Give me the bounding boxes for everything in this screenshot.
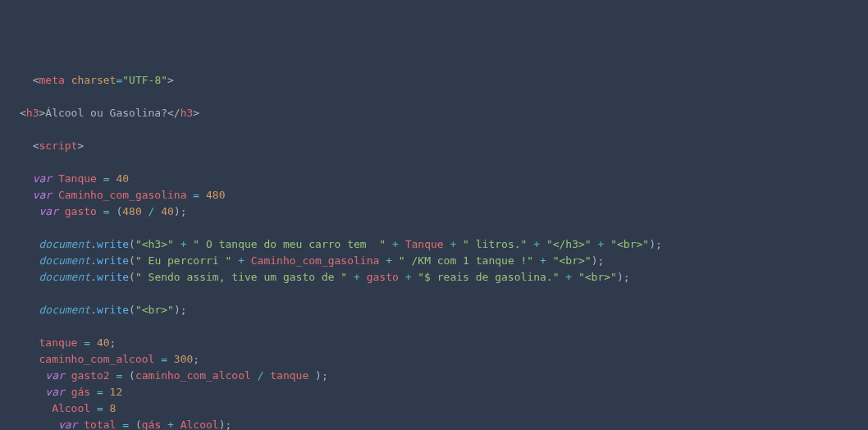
var: Alcool	[52, 402, 90, 414]
str: " O tanque do meu carro tem "	[193, 238, 386, 250]
tag-h3-close: h3	[180, 107, 194, 119]
var: total	[84, 419, 116, 430]
fn-write: write	[97, 238, 129, 250]
var: tanque	[39, 336, 77, 349]
obj-document: document	[39, 238, 90, 250]
kw-var: var	[33, 189, 52, 201]
num: 40	[116, 172, 129, 185]
attr-charset: charset	[71, 74, 116, 86]
str: " /KM com 1 tanque !"	[399, 254, 533, 267]
var: caminho_com_alcool	[135, 369, 251, 382]
str: "<br>"	[578, 271, 617, 283]
str: " litros."	[463, 238, 527, 250]
num: 40	[161, 205, 174, 217]
num: 8	[110, 402, 116, 414]
num: 480	[122, 205, 141, 217]
var: Alcool	[180, 419, 219, 430]
fn-write: write	[97, 271, 129, 283]
str: "$ reais de gasolina."	[418, 271, 559, 283]
str: "<br>"	[135, 304, 174, 316]
var-gasto: gasto	[65, 205, 97, 217]
str: " Eu percorri "	[135, 254, 231, 267]
obj-document: document	[39, 271, 90, 283]
str: "UTF-8"	[122, 74, 167, 86]
kw-var: var	[33, 172, 52, 185]
code-editor[interactable]: <meta charset="UTF-8"> <h3>Álcool ou Gas…	[20, 72, 868, 430]
var-caminho-gas: Caminho_com_gasolina	[58, 189, 187, 201]
kw-var: var	[39, 205, 57, 217]
var: gás	[71, 386, 90, 398]
fn-write: write	[97, 304, 129, 316]
tag-h3-open: h3	[26, 107, 39, 119]
num: 12	[110, 386, 123, 398]
var: gasto	[367, 271, 399, 283]
var: caminho_com_alcool	[39, 353, 154, 365]
obj-document: document	[39, 304, 90, 316]
fn-write: write	[97, 254, 129, 267]
var: gás	[142, 419, 161, 430]
tag-meta: meta	[39, 74, 64, 86]
kw-var: var	[58, 419, 77, 430]
str: "<h3>"	[135, 238, 174, 250]
var: Caminho_com_gasolina	[251, 254, 380, 267]
obj-document: document	[39, 254, 90, 267]
str: "<br>"	[610, 238, 649, 250]
str: "</h3>"	[546, 238, 592, 250]
var-tanque: Tanque	[58, 172, 97, 185]
var: gasto2	[71, 369, 110, 382]
kw-var: var	[45, 369, 64, 382]
h3-text: Álcool ou Gasolina?	[45, 107, 167, 119]
num: 480	[206, 189, 225, 201]
str: "<br>"	[553, 254, 592, 267]
str: " Sendo assim, tive um gasto de "	[135, 271, 347, 283]
var: tanque	[270, 369, 308, 382]
tag-script-open: script	[39, 140, 77, 152]
num: 300	[174, 353, 193, 365]
kw-var: var	[45, 386, 64, 398]
num: 40	[97, 336, 110, 349]
var: Tanque	[405, 238, 444, 250]
